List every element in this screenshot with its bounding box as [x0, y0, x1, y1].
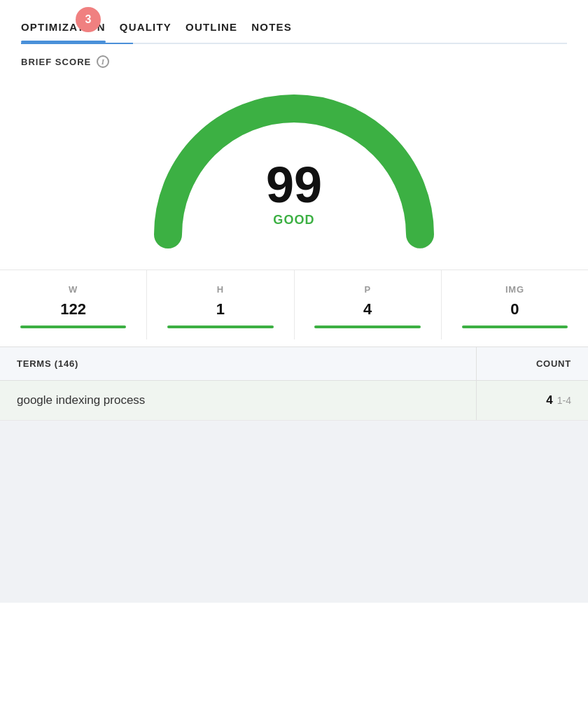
stat-cell-h: H 1	[147, 270, 294, 340]
gauge-score-rating: GOOD	[266, 213, 322, 227]
stat-cell-w: W 122	[0, 270, 147, 340]
stat-label-h: H	[217, 284, 224, 295]
stat-bar-img	[462, 326, 568, 328]
tab-outline[interactable]: OUTLINE	[186, 14, 251, 43]
stat-value-img: 0	[510, 300, 519, 318]
terms-section: TERMS (146) COUNT google indexing proces…	[0, 346, 588, 421]
terms-row-text: google indexing process	[0, 381, 476, 420]
stat-label-img: IMG	[505, 284, 524, 295]
gauge-section: 99 GOOD	[0, 74, 588, 270]
count-range: 1-4	[557, 395, 571, 406]
terms-row-count-cell: 4 1-4	[476, 381, 588, 420]
terms-header: TERMS (146) COUNT	[0, 347, 588, 381]
tab-notes-label: NOTES	[251, 21, 292, 33]
stat-value-h: 1	[216, 300, 225, 318]
badge-value: 3	[85, 13, 92, 26]
tab-quality[interactable]: QUALITY	[120, 14, 186, 43]
terms-header-label: TERMS (146)	[0, 347, 476, 380]
stat-bar-w	[20, 326, 126, 328]
tab-quality-label: QUALITY	[120, 21, 172, 33]
brief-score-section: BRIEF SCORE i	[0, 44, 588, 74]
brief-score-label-text: BRIEF SCORE	[21, 57, 91, 67]
gauge-score-number: 99	[266, 160, 322, 210]
stat-bar-p	[314, 326, 420, 328]
stat-value-w: 122	[60, 300, 86, 318]
brief-score-info-icon[interactable]: i	[97, 55, 109, 68]
stat-cell-p: P 4	[295, 270, 442, 340]
gauge-wrapper: 99 GOOD	[136, 80, 451, 248]
footer-area	[0, 421, 588, 603]
tab-optimization[interactable]: OPTIMIZATION	[21, 14, 120, 43]
optimization-badge: 3	[76, 7, 101, 32]
tab-outline-label: OUTLINE	[186, 21, 237, 33]
count-number: 4	[546, 393, 552, 407]
terms-row[interactable]: google indexing process 4 1-4	[0, 381, 588, 421]
stat-label-p: P	[364, 284, 370, 295]
gauge-score: 99 GOOD	[266, 160, 322, 227]
tab-underline	[21, 43, 567, 44]
stat-value-p: 4	[363, 300, 372, 318]
terms-header-count: COUNT	[476, 347, 588, 380]
stats-row: W 122 H 1 P 4 IMG 0	[0, 270, 588, 340]
stat-bar-h	[167, 326, 273, 328]
tab-notes[interactable]: NOTES	[251, 14, 306, 43]
stat-cell-img: IMG 0	[442, 270, 588, 340]
nav-tabs: OPTIMIZATION 3 QUALITY OUTLINE NOTES	[0, 14, 588, 43]
stat-label-w: W	[69, 284, 78, 295]
